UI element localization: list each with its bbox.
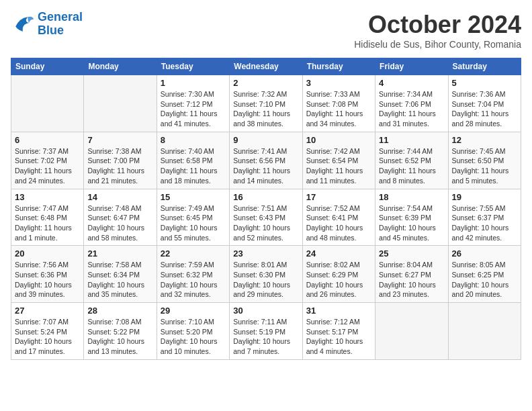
day-info: Sunrise: 7:40 AM Sunset: 6:58 PM Dayligh… — [161, 146, 226, 186]
day-number: 1 — [161, 78, 226, 88]
logo: General Blue — [11, 11, 83, 38]
day-cell: 5Sunrise: 7:36 AM Sunset: 7:04 PM Daylig… — [448, 75, 521, 132]
day-cell: 8Sunrise: 7:40 AM Sunset: 6:58 PM Daylig… — [157, 132, 229, 189]
day-info: Sunrise: 7:48 AM Sunset: 6:47 PM Dayligh… — [87, 203, 152, 243]
day-cell: 29Sunrise: 7:10 AM Sunset: 5:20 PM Dayli… — [157, 303, 229, 360]
day-number: 18 — [379, 192, 444, 202]
col-header-saturday: Saturday — [448, 58, 521, 75]
day-number: 21 — [87, 248, 152, 259]
day-number: 15 — [161, 192, 226, 202]
day-cell: 22Sunrise: 7:59 AM Sunset: 6:32 PM Dayli… — [157, 246, 229, 303]
day-cell: 23Sunrise: 8:01 AM Sunset: 6:30 PM Dayli… — [230, 246, 302, 303]
day-number: 8 — [161, 135, 226, 145]
day-info: Sunrise: 8:02 AM Sunset: 6:29 PM Dayligh… — [306, 260, 371, 300]
col-header-monday: Monday — [84, 58, 157, 75]
day-info: Sunrise: 7:34 AM Sunset: 7:06 PM Dayligh… — [379, 89, 444, 129]
day-cell: 4Sunrise: 7:34 AM Sunset: 7:06 PM Daylig… — [375, 75, 448, 132]
calendar-table: SundayMondayTuesdayWednesdayThursdayFrid… — [11, 58, 521, 360]
day-number: 27 — [15, 306, 80, 316]
day-cell: 19Sunrise: 7:55 AM Sunset: 6:37 PM Dayli… — [448, 189, 521, 246]
day-info: Sunrise: 7:38 AM Sunset: 7:00 PM Dayligh… — [87, 146, 152, 186]
day-info: Sunrise: 7:08 AM Sunset: 5:22 PM Dayligh… — [87, 317, 152, 357]
day-info: Sunrise: 7:10 AM Sunset: 5:20 PM Dayligh… — [161, 317, 226, 357]
day-cell: 25Sunrise: 8:04 AM Sunset: 6:27 PM Dayli… — [375, 246, 448, 303]
day-number: 6 — [15, 135, 80, 145]
day-number: 26 — [452, 248, 517, 259]
day-info: Sunrise: 7:56 AM Sunset: 6:36 PM Dayligh… — [15, 260, 80, 300]
day-cell — [448, 303, 521, 360]
day-cell — [84, 75, 157, 132]
col-header-thursday: Thursday — [302, 58, 375, 75]
day-number: 24 — [306, 248, 371, 259]
day-number: 9 — [233, 135, 298, 145]
day-number: 16 — [233, 192, 298, 202]
day-cell: 30Sunrise: 7:11 AM Sunset: 5:19 PM Dayli… — [230, 303, 302, 360]
day-info: Sunrise: 8:04 AM Sunset: 6:27 PM Dayligh… — [379, 260, 444, 300]
week-row-3: 13Sunrise: 7:47 AM Sunset: 6:48 PM Dayli… — [11, 189, 521, 246]
day-info: Sunrise: 7:59 AM Sunset: 6:32 PM Dayligh… — [161, 260, 226, 300]
day-cell: 3Sunrise: 7:33 AM Sunset: 7:08 PM Daylig… — [302, 75, 375, 132]
logo-icon — [11, 14, 35, 34]
day-number: 12 — [452, 135, 517, 145]
day-cell: 11Sunrise: 7:44 AM Sunset: 6:52 PM Dayli… — [375, 132, 448, 189]
day-number: 4 — [379, 78, 444, 88]
day-cell: 6Sunrise: 7:37 AM Sunset: 7:02 PM Daylig… — [11, 132, 84, 189]
day-info: Sunrise: 7:37 AM Sunset: 7:02 PM Dayligh… — [15, 146, 80, 186]
day-number: 10 — [306, 135, 371, 145]
day-number: 25 — [379, 248, 444, 259]
calendar-title: October 2024 — [354, 11, 521, 39]
day-info: Sunrise: 7:42 AM Sunset: 6:54 PM Dayligh… — [306, 146, 371, 186]
day-number: 19 — [452, 192, 517, 202]
day-number: 2 — [233, 78, 298, 88]
logo-text-line2: Blue — [38, 24, 83, 38]
day-info: Sunrise: 7:49 AM Sunset: 6:45 PM Dayligh… — [161, 203, 226, 243]
day-cell: 1Sunrise: 7:30 AM Sunset: 7:12 PM Daylig… — [157, 75, 229, 132]
day-number: 14 — [87, 192, 152, 202]
day-info: Sunrise: 8:01 AM Sunset: 6:30 PM Dayligh… — [233, 260, 298, 300]
day-cell — [11, 75, 84, 132]
day-number: 31 — [306, 306, 371, 316]
day-info: Sunrise: 7:45 AM Sunset: 6:50 PM Dayligh… — [452, 146, 517, 186]
day-info: Sunrise: 7:51 AM Sunset: 6:43 PM Dayligh… — [233, 203, 298, 243]
day-number: 11 — [379, 135, 444, 145]
day-cell: 15Sunrise: 7:49 AM Sunset: 6:45 PM Dayli… — [157, 189, 229, 246]
day-number: 3 — [306, 78, 371, 88]
day-info: Sunrise: 7:54 AM Sunset: 6:39 PM Dayligh… — [379, 203, 444, 243]
day-number: 5 — [452, 78, 517, 88]
day-info: Sunrise: 7:58 AM Sunset: 6:34 PM Dayligh… — [87, 260, 152, 300]
page-header: General Blue October 2024 Hidiselu de Su… — [11, 11, 521, 50]
day-cell: 18Sunrise: 7:54 AM Sunset: 6:39 PM Dayli… — [375, 189, 448, 246]
week-row-5: 27Sunrise: 7:07 AM Sunset: 5:24 PM Dayli… — [11, 303, 521, 360]
day-cell: 17Sunrise: 7:52 AM Sunset: 6:41 PM Dayli… — [302, 189, 375, 246]
day-info: Sunrise: 7:41 AM Sunset: 6:56 PM Dayligh… — [233, 146, 298, 186]
day-cell: 2Sunrise: 7:32 AM Sunset: 7:10 PM Daylig… — [230, 75, 302, 132]
day-cell: 21Sunrise: 7:58 AM Sunset: 6:34 PM Dayli… — [84, 246, 157, 303]
day-number: 13 — [15, 192, 80, 202]
day-cell: 10Sunrise: 7:42 AM Sunset: 6:54 PM Dayli… — [302, 132, 375, 189]
day-info: Sunrise: 7:47 AM Sunset: 6:48 PM Dayligh… — [15, 203, 80, 243]
day-info: Sunrise: 7:07 AM Sunset: 5:24 PM Dayligh… — [15, 317, 80, 357]
day-info: Sunrise: 7:55 AM Sunset: 6:37 PM Dayligh… — [452, 203, 517, 243]
day-cell: 12Sunrise: 7:45 AM Sunset: 6:50 PM Dayli… — [448, 132, 521, 189]
col-header-wednesday: Wednesday — [230, 58, 302, 75]
day-info: Sunrise: 8:05 AM Sunset: 6:25 PM Dayligh… — [452, 260, 517, 300]
day-info: Sunrise: 7:44 AM Sunset: 6:52 PM Dayligh… — [379, 146, 444, 186]
week-row-4: 20Sunrise: 7:56 AM Sunset: 6:36 PM Dayli… — [11, 246, 521, 303]
day-cell: 9Sunrise: 7:41 AM Sunset: 6:56 PM Daylig… — [230, 132, 302, 189]
col-header-friday: Friday — [375, 58, 448, 75]
day-cell: 14Sunrise: 7:48 AM Sunset: 6:47 PM Dayli… — [84, 189, 157, 246]
day-info: Sunrise: 7:36 AM Sunset: 7:04 PM Dayligh… — [452, 89, 517, 129]
week-row-1: 1Sunrise: 7:30 AM Sunset: 7:12 PM Daylig… — [11, 75, 521, 132]
day-info: Sunrise: 7:32 AM Sunset: 7:10 PM Dayligh… — [233, 89, 298, 129]
day-info: Sunrise: 7:12 AM Sunset: 5:17 PM Dayligh… — [306, 317, 371, 357]
day-cell — [375, 303, 448, 360]
day-number: 23 — [233, 248, 298, 259]
col-header-sunday: Sunday — [11, 58, 84, 75]
day-number: 20 — [15, 248, 80, 259]
logo-text-line1: General — [38, 11, 83, 24]
day-cell: 27Sunrise: 7:07 AM Sunset: 5:24 PM Dayli… — [11, 303, 84, 360]
day-info: Sunrise: 7:11 AM Sunset: 5:19 PM Dayligh… — [233, 317, 298, 357]
day-number: 30 — [233, 306, 298, 316]
day-info: Sunrise: 7:33 AM Sunset: 7:08 PM Dayligh… — [306, 89, 371, 129]
week-row-2: 6Sunrise: 7:37 AM Sunset: 7:02 PM Daylig… — [11, 132, 521, 189]
